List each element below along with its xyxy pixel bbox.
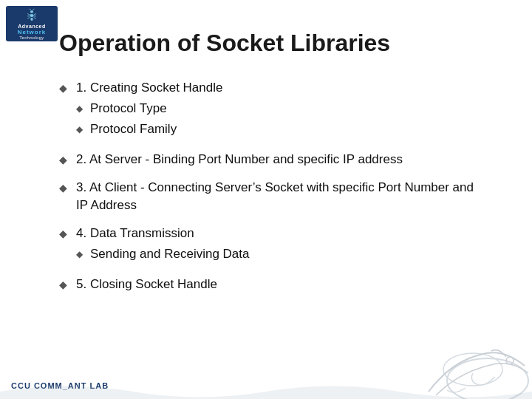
sub-bullet-item-1-2: ◆ Protocol Family (76, 120, 488, 138)
content-area: ◆ 1. Creating Socket Handle ◆ Protocol T… (59, 79, 488, 293)
bullet-item-4: ◆ 4. Data Transmission ◆ Sending and Rec… (59, 225, 488, 266)
bullet-item-3: ◆ 3. At Client - Connecting Server’s Soc… (59, 179, 488, 214)
sub-bullet-label-1-2: Protocol Family (90, 120, 177, 138)
bullet-diamond-5: ◆ (59, 278, 67, 293)
bullet-item-5: ◆ 5. Closing Socket Handle (59, 276, 488, 293)
sub-bullets-1: ◆ Protocol Type ◆ Protocol Family (76, 100, 488, 138)
slide-title: Operation of Socket Libraries (59, 30, 488, 57)
slide: Advanced Network Technology Operation of… (0, 0, 532, 399)
svg-line-3 (27, 13, 30, 15)
svg-line-8 (34, 17, 36, 18)
svg-line-6 (34, 13, 36, 15)
wave-decoration (0, 377, 532, 399)
sub-bullet-diamond-4-1: ◆ (76, 248, 83, 261)
sub-bullet-diamond-1-1: ◆ (76, 103, 83, 115)
svg-line-10 (33, 8, 35, 10)
logo-line2: Network (18, 29, 47, 35)
bullet-text-4: 4. Data Transmission ◆ Sending and Recei… (76, 225, 488, 266)
sub-bullet-diamond-1-2: ◆ (76, 123, 83, 136)
ant-icon (24, 8, 39, 23)
logo: Advanced Network Technology (6, 6, 58, 43)
bullet-label-1: 1. Creating Socket Handle (76, 81, 222, 95)
bullet-diamond-3: ◆ (59, 181, 67, 196)
logo-line3: Technology (19, 35, 44, 40)
sub-bullet-item-1-1: ◆ Protocol Type (76, 100, 488, 117)
bullet-label-4: 4. Data Transmission (76, 226, 194, 240)
bullet-label-2: 2. At Server - Binding Port Number and s… (76, 151, 488, 168)
svg-point-1 (30, 13, 34, 16)
svg-line-5 (27, 17, 30, 18)
sub-bullet-label-1-1: Protocol Type (90, 100, 167, 117)
bullet-diamond-2: ◆ (59, 153, 67, 168)
bullet-item-1: ◆ 1. Creating Socket Handle ◆ Protocol T… (59, 79, 488, 140)
svg-point-0 (30, 10, 33, 13)
bullet-label-5: 5. Closing Socket Handle (76, 276, 488, 293)
svg-point-2 (30, 17, 33, 20)
bullet-diamond-1: ◆ (59, 81, 67, 96)
sub-bullets-4: ◆ Sending and Receiving Data (76, 245, 488, 263)
logo-box: Advanced Network Technology (6, 6, 58, 41)
sub-bullet-label-4-1: Sending and Receiving Data (90, 245, 249, 263)
svg-line-9 (30, 8, 32, 10)
logo-line1: Advanced (18, 24, 45, 29)
sub-bullet-item-4-1: ◆ Sending and Receiving Data (76, 245, 488, 263)
bullet-text-1: 1. Creating Socket Handle ◆ Protocol Typ… (76, 79, 488, 140)
bullet-item-2: ◆ 2. At Server - Binding Port Number and… (59, 151, 488, 168)
bullet-diamond-4: ◆ (59, 227, 67, 242)
bullet-label-3: 3. At Client - Connecting Server’s Socke… (76, 179, 488, 214)
